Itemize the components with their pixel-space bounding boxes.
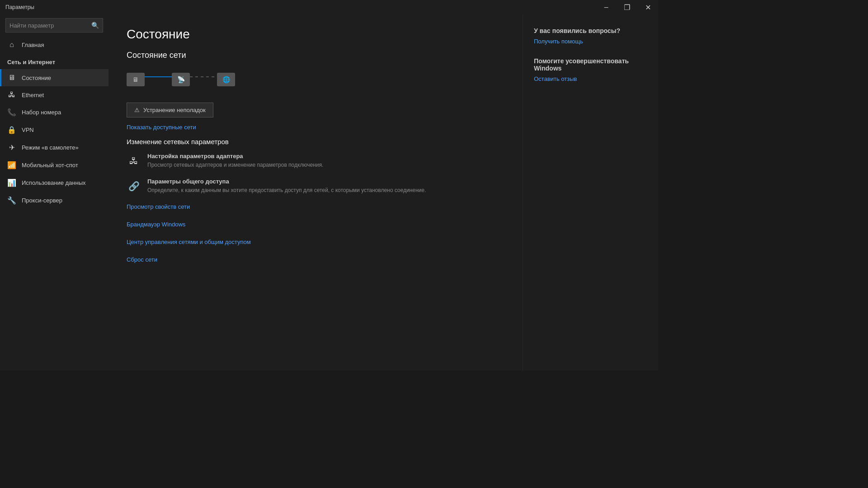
data-usage-icon: 📊	[7, 178, 16, 187]
adapter-icon: 🖧	[127, 154, 141, 168]
airplane-icon: ✈	[7, 143, 16, 152]
sidebar-item-dialup-label: Набор номера	[22, 109, 61, 116]
sidebar-item-data-usage-label: Использование данных	[22, 179, 86, 186]
network-diagram: 🖥 📡 🌐	[127, 67, 505, 92]
window-controls: – ❐ ✕	[596, 0, 658, 14]
view-properties-link[interactable]: Просмотр свойств сети	[127, 203, 505, 210]
net-pc-icon: 🖥	[127, 73, 145, 86]
sidebar-item-vpn-label: VPN	[22, 127, 34, 133]
right-panel: У вас появились вопросы? Получить помощь…	[523, 14, 658, 371]
ethernet-icon: 🖧	[7, 91, 16, 99]
window-title: Параметры	[5, 4, 34, 10]
get-help-link[interactable]: Получить помощь	[534, 38, 647, 45]
sharing-settings-text: Параметры общего доступа Определите, к к…	[147, 178, 426, 194]
minimize-button[interactable]: –	[596, 0, 617, 14]
status-icon: 🖥	[7, 74, 16, 82]
sidebar-item-vpn[interactable]: 🔒 VPN	[0, 121, 108, 139]
sidebar-item-proxy[interactable]: 🔧 Прокси-сервер	[0, 192, 108, 209]
adapter-settings-text: Настройка параметров адаптера Просмотр с…	[147, 153, 323, 169]
sidebar-item-home-label: Главная	[22, 42, 44, 48]
sidebar-item-data-usage[interactable]: 📊 Использование данных	[0, 174, 108, 192]
sharing-settings-desc: Определите, к каким данным вы хотите пре…	[147, 187, 426, 194]
change-settings-title: Изменение сетевых параметров	[127, 138, 505, 145]
network-reset-link[interactable]: Сброс сети	[127, 256, 505, 263]
sidebar-item-proxy-label: Прокси-сервер	[22, 197, 62, 204]
net-node-globe: 🌐	[217, 73, 235, 86]
net-globe-icon: 🌐	[217, 73, 235, 86]
sidebar-item-hotspot-label: Мобильный хот-спот	[22, 162, 78, 169]
sidebar-item-ethernet[interactable]: 🖧 Ethernet	[0, 86, 108, 103]
page-title: Состояние	[127, 27, 505, 42]
sidebar-section-header: Сеть и Интернет	[0, 53, 108, 69]
search-box[interactable]: 🔍	[5, 18, 103, 33]
sidebar-item-status[interactable]: 🖥 Состояние	[0, 69, 108, 86]
net-line-1	[145, 76, 172, 77]
vpn-icon: 🔒	[7, 126, 16, 134]
search-input[interactable]	[9, 22, 91, 29]
sidebar-item-status-label: Состояние	[22, 75, 51, 81]
sharing-settings-title: Параметры общего доступа	[147, 178, 426, 185]
close-button[interactable]: ✕	[637, 0, 658, 14]
questions-section: У вас появились вопросы? Получить помощь	[534, 27, 647, 45]
sidebar-item-dialup[interactable]: 📞 Набор номера	[0, 103, 108, 121]
main-content: Состояние Состояние сети 🖥 📡 🌐 ⚠ Устране…	[108, 14, 523, 371]
troubleshoot-label: Устранение неполадок	[143, 107, 206, 113]
adapter-settings-title: Настройка параметров адаптера	[147, 153, 323, 160]
net-node-router: 📡	[172, 73, 190, 86]
show-available-networks-link[interactable]: Показать доступные сети	[127, 124, 505, 131]
hotspot-icon: 📶	[7, 161, 16, 169]
improve-title: Помогите усовершенствовать Windows	[534, 57, 647, 72]
sidebar-item-airplane[interactable]: ✈ Режим «в самолете»	[0, 139, 108, 156]
sidebar-item-hotspot[interactable]: 📶 Мобильный хот-спот	[0, 156, 108, 174]
bottom-links: Просмотр свойств сети Брандмауэр Windows…	[127, 203, 505, 270]
dialup-icon: 📞	[7, 108, 16, 117]
home-icon: ⌂	[7, 41, 16, 49]
sidebar-item-airplane-label: Режим «в самолете»	[22, 144, 79, 151]
restore-button[interactable]: ❐	[617, 0, 637, 14]
title-bar: Параметры – ❐ ✕	[0, 0, 658, 14]
adapter-settings-item[interactable]: 🖧 Настройка параметров адаптера Просмотр…	[127, 153, 505, 169]
improve-section: Помогите усовершенствовать Windows Остав…	[534, 57, 647, 82]
sidebar: 🔍 ⌂ Главная Сеть и Интернет 🖥 Состояние …	[0, 14, 108, 371]
network-center-link[interactable]: Центр управления сетями и общим доступом	[127, 239, 505, 245]
net-router-icon: 📡	[172, 73, 190, 86]
sidebar-item-home[interactable]: ⌂ Главная	[0, 36, 108, 53]
troubleshoot-button[interactable]: ⚠ Устранение неполадок	[127, 103, 213, 117]
leave-feedback-link[interactable]: Оставить отзыв	[534, 75, 647, 82]
sidebar-item-ethernet-label: Ethernet	[22, 92, 44, 99]
section-network-status-title: Состояние сети	[127, 51, 505, 60]
net-line-2	[190, 76, 217, 77]
questions-title: У вас появились вопросы?	[534, 27, 647, 34]
warning-icon: ⚠	[134, 107, 140, 113]
proxy-icon: 🔧	[7, 196, 16, 205]
firewall-link[interactable]: Брандмауэр Windows	[127, 221, 505, 228]
adapter-settings-desc: Просмотр сетевых адаптеров и изменение п…	[147, 161, 323, 169]
sharing-settings-item[interactable]: 🔗 Параметры общего доступа Определите, к…	[127, 178, 505, 194]
search-icon[interactable]: 🔍	[91, 22, 99, 29]
sharing-icon: 🔗	[127, 179, 141, 193]
net-node-pc: 🖥	[127, 73, 145, 86]
